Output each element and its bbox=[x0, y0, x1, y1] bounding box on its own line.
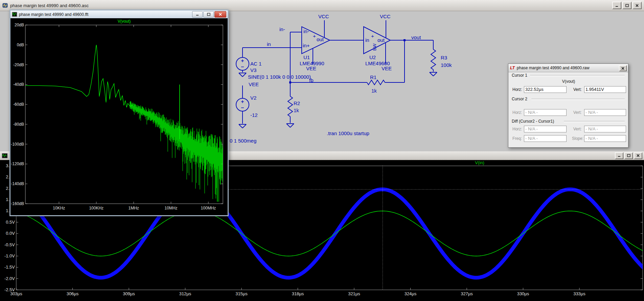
schematic-text: + bbox=[371, 33, 374, 39]
fft-window-icon bbox=[12, 12, 17, 17]
wave-x-tick-label: 306µs bbox=[67, 291, 79, 296]
schematic-text: out bbox=[317, 36, 324, 42]
fft-y-tick-label: -20dB bbox=[13, 62, 24, 67]
schematic-text: VEE bbox=[382, 66, 392, 71]
fft-y-tick-label: -140dB bbox=[11, 181, 24, 186]
wave-y-tick-label: 0.5V bbox=[6, 220, 15, 225]
cursor1-horz-value[interactable]: 322.52µs bbox=[524, 86, 567, 93]
fft-y-tick-label: 20dB bbox=[15, 23, 24, 27]
schematic-text: out bbox=[377, 37, 385, 43]
main-window-title: phase margin test 49990 and 49600.asc bbox=[10, 3, 89, 8]
wave-x-tick-label: 315µs bbox=[235, 291, 248, 296]
cursor-dialog-titlebar[interactable]: LT phase margin test 49990 and 49600.raw bbox=[508, 64, 628, 72]
wave-x-tick-label: 309µs bbox=[123, 291, 135, 296]
cursor2-header: Cursor 2 bbox=[512, 97, 527, 101]
schematic-text: SINE(0 1 100k 0 0 0 10000) bbox=[248, 74, 311, 80]
wave-y-tick-label: -1.0V bbox=[4, 253, 15, 258]
wave-x-tick-label: 330µs bbox=[517, 291, 529, 296]
schematic-text: + bbox=[313, 33, 316, 39]
wave-x-tick-label: 324µs bbox=[405, 291, 417, 296]
divider bbox=[531, 99, 625, 100]
fft-x-tick-label: 10MHz bbox=[165, 206, 178, 210]
cursor-dialog-title: phase margin test 49990 and 49600.raw bbox=[517, 66, 590, 70]
fft-x-tick-label: 1MHz bbox=[128, 206, 139, 210]
diff-vert-value[interactable]: - N/A - bbox=[584, 126, 626, 132]
wave-y-tick-label: -0.5V bbox=[4, 242, 15, 247]
fft-window: phase margin test 49990 and 49600.fft 20… bbox=[9, 9, 229, 216]
main-window-controls bbox=[612, 2, 642, 9]
wave-x-tick-label: 318µs bbox=[292, 291, 304, 296]
fft-y-tick-label: -60dB bbox=[13, 102, 24, 107]
diff-horz-label: Horz: bbox=[512, 127, 522, 131]
fft-plot-area[interactable]: 20dB0dB-20dB-40dB-60dB-80dB-100dB-120dB-… bbox=[10, 18, 228, 215]
diff-horz-value[interactable]: - N/A - bbox=[524, 126, 567, 132]
wave-trace-label[interactable]: V(in) bbox=[475, 160, 484, 165]
diff-vert-label: Vert: bbox=[573, 127, 582, 131]
ltspice-main-window: phase margin test 49990 and 49600.asc VC… bbox=[0, 0, 644, 301]
cursor1-vert-label: Vert: bbox=[573, 87, 582, 92]
schematic-text: 0 1 500meg bbox=[230, 138, 256, 144]
wave-x-tick-label: 321µs bbox=[348, 291, 360, 296]
schematic-text: in- bbox=[279, 26, 285, 32]
schematic-text: BW bbox=[372, 44, 377, 51]
fft-y-tick-label: -40dB bbox=[13, 82, 24, 87]
diff-freq-label: Freq: bbox=[512, 136, 522, 141]
close-button[interactable] bbox=[619, 65, 627, 71]
close-button[interactable] bbox=[632, 2, 642, 9]
maximize-button[interactable] bbox=[622, 2, 631, 9]
fft-y-tick-label: -160dB bbox=[11, 201, 24, 206]
cursor2-horz-value[interactable]: - N/A - bbox=[524, 109, 567, 116]
vin-trace[interactable] bbox=[16, 211, 644, 256]
wave-x-tick-label: 327µs bbox=[461, 291, 473, 296]
diff-header: Diff (Cursor2 - Cursor1) bbox=[512, 119, 554, 124]
schematic-text: R2 bbox=[294, 100, 300, 106]
fft-trace-label[interactable]: V(vout) bbox=[118, 19, 131, 24]
schematic-text: 1k bbox=[371, 88, 377, 94]
fft-window-controls bbox=[192, 11, 226, 18]
minimize-button[interactable] bbox=[192, 11, 203, 18]
divider bbox=[530, 75, 625, 76]
schematic-text: VEE bbox=[306, 66, 316, 71]
diff-slope-label: Slope: bbox=[572, 136, 583, 141]
schematic-text: 1k bbox=[294, 107, 299, 113]
schematic-text: R3 bbox=[441, 55, 447, 60]
maximize-button[interactable] bbox=[624, 152, 633, 159]
schematic-text: 100k bbox=[441, 62, 452, 68]
cursor1-signal: V(vout) bbox=[508, 79, 629, 84]
wave-y-tick-label: -1.5V bbox=[4, 265, 15, 270]
wave-x-tick-label: 303µs bbox=[10, 291, 22, 296]
fft-y-tick-label: -100dB bbox=[11, 142, 24, 147]
fft-x-tick-label: 100MHz bbox=[201, 206, 216, 210]
fft-titlebar[interactable]: phase margin test 49990 and 49600.fft bbox=[10, 10, 228, 19]
schematic-text: V3 bbox=[250, 67, 256, 73]
fft-y-tick-label: -120dB bbox=[11, 161, 24, 166]
wave-x-tick-label: 333µs bbox=[573, 291, 585, 296]
diff-freq-value[interactable]: - N/A - bbox=[524, 135, 567, 142]
schematic-text: .tran 1000u startup bbox=[327, 130, 369, 136]
fft-y-tick-label: 0dB bbox=[17, 43, 24, 47]
wave-x-tick-label: 312µs bbox=[179, 291, 191, 296]
close-button[interactable] bbox=[214, 11, 226, 18]
cursor2-vert-value[interactable]: - N/A - bbox=[584, 109, 626, 116]
cursor-dialog: LT phase margin test 49990 and 49600.raw… bbox=[508, 64, 628, 148]
cursor1-horz-label: Horz: bbox=[512, 87, 522, 92]
schematic-text: V2 bbox=[250, 95, 256, 101]
schematic-text: U1 bbox=[303, 54, 310, 60]
waveform-window-icon bbox=[2, 153, 8, 158]
ltspice-app-icon bbox=[2, 3, 8, 8]
schematic-text: in bbox=[365, 37, 369, 43]
cursor1-vert-value[interactable]: 1.95411V bbox=[584, 86, 626, 93]
schematic-text: in+ bbox=[303, 43, 309, 48]
schematic-text: VCC bbox=[318, 14, 329, 19]
wave-y-tick-label: -2.0V bbox=[4, 276, 15, 281]
cursor2-horz-label: Horz: bbox=[512, 110, 522, 115]
maximize-button[interactable] bbox=[203, 11, 214, 18]
diff-slope-value[interactable]: - N/A - bbox=[584, 135, 626, 142]
minimize-button[interactable] bbox=[612, 2, 621, 9]
ltspice-logo-icon: LT bbox=[510, 66, 515, 70]
fft-window-title: phase margin test 49990 and 49600.fft bbox=[19, 12, 88, 17]
cursor1-header: Cursor 1 bbox=[512, 73, 527, 78]
fft-trace bbox=[25, 45, 223, 202]
close-button[interactable] bbox=[634, 152, 642, 159]
minimize-button[interactable] bbox=[615, 152, 623, 159]
